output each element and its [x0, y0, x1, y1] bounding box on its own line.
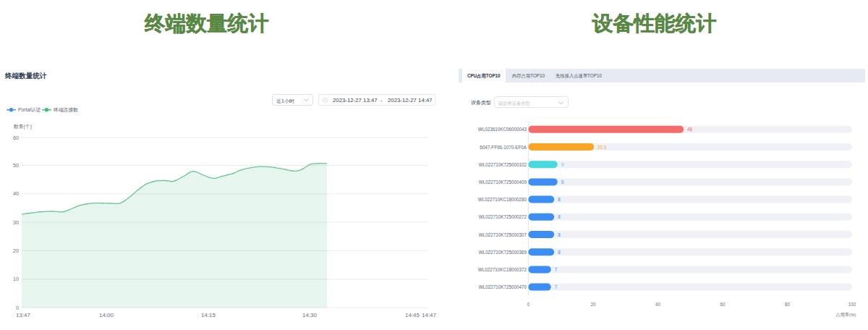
svg-text:9: 9 [561, 162, 564, 167]
svg-text:6047-FF96-1070-EF0A: 6047-FF96-1070-EF0A [480, 145, 527, 150]
svg-text:14:15: 14:15 [201, 312, 216, 318]
svg-text:8: 8 [558, 214, 561, 219]
svg-text:7: 7 [555, 284, 558, 289]
svg-text:WL022710K725000272: WL022710K725000272 [479, 214, 527, 219]
svg-text:14:47: 14:47 [422, 312, 437, 318]
svg-text:50: 50 [13, 162, 19, 169]
svg-text:8: 8 [558, 232, 561, 237]
svg-text:8: 8 [558, 250, 561, 255]
svg-text:14:30: 14:30 [302, 312, 318, 318]
svg-text:WL022710K725000369: WL022710K725000369 [479, 250, 527, 255]
svg-text:WL022710K725000470: WL022710K725000470 [479, 284, 527, 289]
svg-text:8: 8 [558, 197, 561, 202]
svg-text:WL022710KC18000280: WL022710KC18000280 [478, 197, 527, 202]
svg-text:数量(个): 数量(个) [13, 124, 32, 130]
svg-text:占用率(%): 占用率(%) [836, 312, 856, 318]
svg-text:Portal认证: Portal认证 [18, 107, 41, 112]
svg-text:7: 7 [555, 267, 558, 272]
svg-text:48: 48 [687, 127, 693, 132]
svg-text:WL022710KC18000372: WL022710KC18000372 [478, 267, 527, 272]
svg-text:20.3: 20.3 [597, 145, 607, 150]
svg-text:20: 20 [13, 248, 19, 254]
svg-text:终端连接数: 终端连接数 [54, 107, 78, 113]
svg-text:WL023610KC06000043: WL023610KC06000043 [478, 127, 527, 132]
svg-text:WL022710K725000102: WL022710K725000102 [479, 162, 527, 167]
svg-text:80: 80 [785, 302, 791, 307]
svg-text:100: 100 [848, 302, 856, 307]
svg-text:60: 60 [720, 302, 726, 307]
svg-text:20: 20 [590, 302, 596, 307]
svg-text:40: 40 [655, 302, 661, 307]
svg-text:60: 60 [13, 135, 19, 141]
svg-text:30: 30 [13, 219, 19, 226]
svg-text:40: 40 [13, 190, 19, 197]
svg-text:0: 0 [527, 302, 530, 307]
svg-text:0: 0 [16, 305, 19, 311]
svg-text:WL022710K725000409: WL022710K725000409 [479, 179, 527, 185]
svg-text:13:47: 13:47 [16, 312, 31, 318]
svg-text:14:45: 14:45 [405, 312, 420, 318]
svg-text:14:00: 14:00 [99, 312, 114, 318]
svg-text:9: 9 [561, 179, 564, 185]
svg-text:10: 10 [13, 276, 19, 282]
svg-text:WL022710K725000307: WL022710K725000307 [479, 232, 527, 237]
